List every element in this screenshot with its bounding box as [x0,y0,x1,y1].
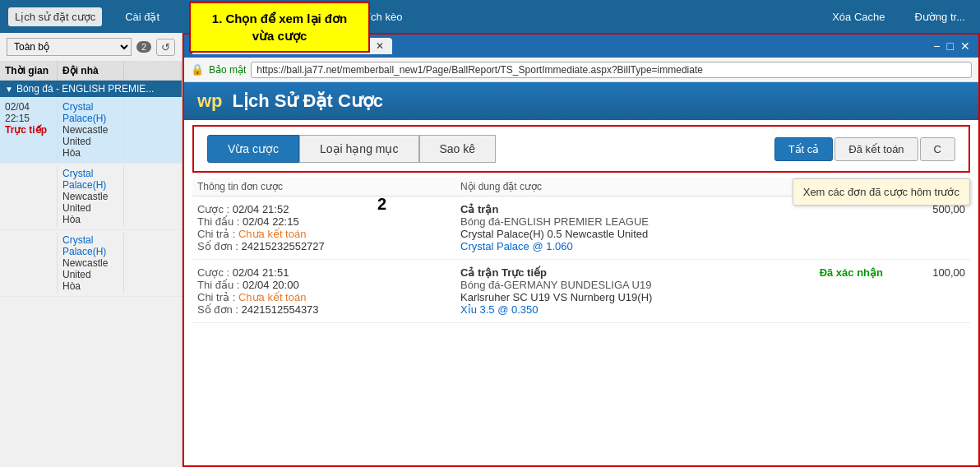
tab-close-icon[interactable]: ✕ [376,40,384,52]
tooltip-annotation: 1. Chọn để xem lại đơn vừa cược [189,2,370,53]
lock-icon: 🔒 [191,63,204,76]
nav-xoa-cache[interactable]: Xóa Cache [825,7,891,26]
item-0-teams: Crystal Palace(H) Newcastle United Hòa [58,99,124,160]
filter-da-ket-toan[interactable]: Đã kết toán [834,137,918,161]
item-0-score [124,99,182,160]
item-1-time [0,166,58,227]
item-2-score [124,233,182,294]
col-score [124,62,182,80]
col-time: Thời gian [0,62,58,80]
sidebar-item-1[interactable]: Crystal Palace(H) Newcastle United Hòa [0,164,182,230]
item-1-score [124,166,182,227]
hint-box: Xem các đơn đã cược hôm trước [793,178,970,206]
badge-count: 2 [136,41,151,53]
filter-select[interactable]: Toàn bộ [7,38,132,56]
filter-c[interactable]: C [920,137,955,161]
table-row: Cược : 02/04 21:51 Thi đấu : 02/04 20:00… [192,260,970,323]
top-navigation: Lịch sử đặt cược Cài đặt Live Score Kết … [0,0,980,33]
sidebar: Toàn bộ 2 ↺ Thời gian Đội nhà ▼ Bóng đá … [0,33,183,467]
bet-amount-1: 100,00 [883,266,965,316]
main-area: Toàn bộ 2 ↺ Thời gian Đội nhà ▼ Bóng đá … [0,33,980,467]
item-0-time: 02/04 22:15 Trực tiếp [0,99,58,160]
sidebar-group-football: ▼ Bóng đá - ENGLISH PREMIE... [0,81,182,97]
page-title: Lịch Sử Đặt Cược [233,90,383,112]
col-team: Đội nhà [58,62,124,80]
bet-info-0: Cược : 02/04 21:52 Thi đấu : 02/04 22:15… [197,203,460,252]
sidebar-controls: Toàn bộ 2 ↺ [0,33,182,62]
nav-right-links: Xóa Cache Đường tr... [825,7,972,26]
nav-lich-su[interactable]: Lịch sử đặt cược [8,7,102,26]
chevron-down-icon: ▼ [5,85,13,94]
minimize-button[interactable]: − [933,39,940,53]
table-row: Cược : 02/04 21:52 Thi đấu : 02/04 22:15… [192,197,970,260]
item-2-time [0,233,58,294]
maximize-button[interactable]: □ [947,39,954,53]
bet-info-1: Cược : 02/04 21:51 Thi đấu : 02/04 20:00… [197,266,460,316]
bet-amount-0: 500,00 [883,203,965,252]
refresh-button[interactable]: ↺ [156,39,175,56]
nav-duong-truong[interactable]: Đường tr... [908,7,972,26]
sidebar-item-2[interactable]: Crystal Palace(H) Newcastle United Hòa [0,230,182,297]
item-1-teams: Crystal Palace(H) Newcastle United Hòa [58,166,124,227]
content-area: Thông tin đơn cược Nội dung đặt cược Tiề… [184,178,978,465]
bet-content-0: Cả trận Bóng đá-ENGLISH PREMIER LEAGUE C… [460,203,883,252]
filter-tat-ca[interactable]: Tất cả [774,137,834,161]
tab-vua-cuoc[interactable]: Vừa cược [207,135,299,163]
site-logo: wp [197,90,223,112]
annotation-2-label: 2 [377,195,386,214]
address-bar: 🔒 Bảo mật [184,58,978,82]
tab-buttons-row: Vừa cược Loại hạng mục Sao kê Tất cả Đã … [192,125,970,173]
sidebar-column-headers: Thời gian Đội nhà [0,62,182,81]
browser-window: 🔒 Lịch sử đặt cược - Google Chrome ✕ − □… [183,33,980,467]
bet-content-1: Cả trận Trực tiếp Đã xác nhận Bóng đá-GE… [460,266,883,316]
group-label: Bóng đá - ENGLISH PREMIE... [16,83,154,95]
security-label: Bảo mật [209,64,246,76]
item-2-teams: Crystal Palace(H) Newcastle United Hòa [58,233,124,294]
window-controls: − □ ✕ [933,39,970,53]
tab-sao-ke[interactable]: Sao kê [419,135,497,163]
page-header: wp Lịch Sử Đặt Cược [184,82,978,120]
sidebar-item-0[interactable]: 02/04 22:15 Trực tiếp Crystal Palace(H) … [0,97,182,164]
right-filter-buttons: Tất cả Đã kết toán C [774,137,955,161]
close-button[interactable]: ✕ [960,39,970,53]
tab-loai-hang-muc[interactable]: Loại hạng mục [299,135,418,163]
col-header-info: Thông tin đơn cược [197,181,460,192]
nav-cai-dat[interactable]: Cài đặt [118,7,166,26]
url-input[interactable] [251,62,972,78]
